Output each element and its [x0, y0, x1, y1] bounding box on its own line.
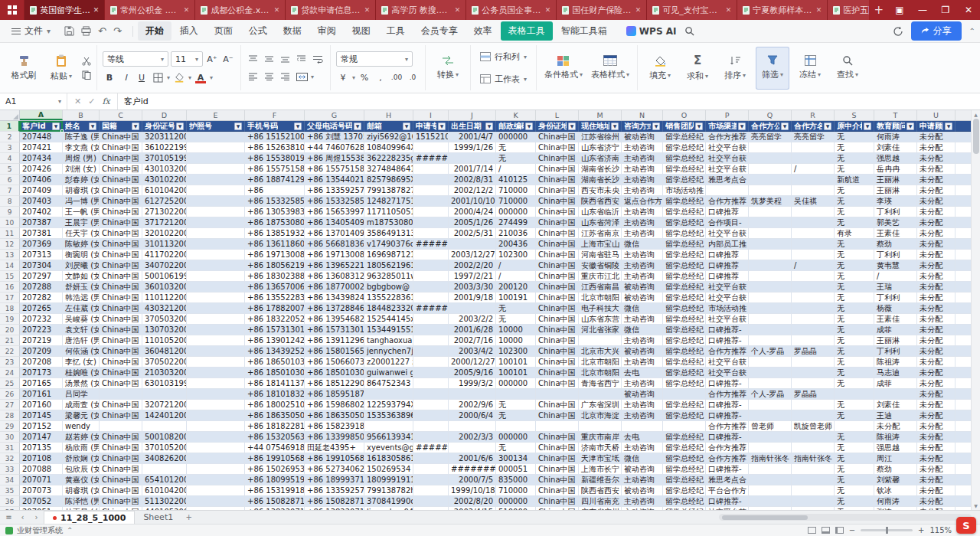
cell[interactable]: 留学总经纪 [663, 164, 706, 175]
cell[interactable]: 韩浩远 (男 [63, 293, 100, 303]
cell[interactable]: 000000 [496, 432, 536, 443]
cell[interactable] [187, 293, 245, 303]
document-tab[interactable]: 英国留学生...✕ [24, 0, 105, 20]
cell[interactable]: 黄嘉仪 (女 [63, 475, 100, 485]
align-center-icon[interactable] [263, 70, 276, 83]
cell[interactable]: +86 15731301 [245, 325, 305, 335]
cell[interactable]: 留学总经纪 [663, 357, 706, 368]
cell[interactable]: 未分配 [917, 443, 956, 453]
cell[interactable]: 何依涵 (女 [63, 346, 100, 357]
cell[interactable]: 无 [835, 132, 874, 142]
column-header[interactable]: U [917, 110, 956, 120]
cell[interactable]: +86 1877000215 [305, 282, 364, 293]
cell[interactable]: 个人-罗晶 [749, 346, 792, 357]
cell[interactable]: 207219 [20, 335, 63, 346]
cell[interactable]: 无 [835, 314, 874, 325]
cell[interactable]: 000000 [496, 132, 536, 142]
menu-item[interactable]: 效率 [466, 21, 500, 41]
fill-button[interactable]: 填充▾ [643, 47, 677, 90]
cell[interactable]: 无 [835, 335, 874, 346]
cell[interactable] [874, 389, 917, 400]
cell[interactable]: China中国 [536, 153, 579, 164]
row-number[interactable]: 25 [0, 378, 20, 389]
cell[interactable]: 马志迪 [874, 368, 917, 378]
cell[interactable]: +86 1971300890 [305, 250, 364, 260]
cell[interactable] [413, 207, 449, 217]
cell[interactable]: +86 1508287155 [305, 496, 364, 507]
cell[interactable]: +86 13851932 [245, 228, 305, 239]
cell[interactable]: China中国 [100, 250, 142, 260]
cell[interactable]: 361022199610090416 [142, 142, 187, 153]
cell[interactable]: 北京市大兴 [579, 346, 622, 357]
row-number[interactable]: 32 [0, 453, 20, 464]
cell[interactable]: 赵若婷 (女 [63, 432, 100, 443]
cell[interactable]: +86 1991056889 [305, 453, 364, 464]
cell[interactable] [187, 325, 245, 335]
cell[interactable]: +86 18635050 [245, 410, 305, 421]
cell[interactable]: 161830586161830586 [364, 453, 413, 464]
cell[interactable]: 117110505117110505 [364, 207, 413, 217]
cell[interactable]: xyevents@gloria@uk [364, 443, 413, 453]
cell[interactable]: m18753080m1875308 [364, 217, 413, 228]
cell[interactable]: 无 [835, 185, 874, 196]
cell[interactable] [187, 260, 245, 271]
cell[interactable]: 000000 [496, 207, 536, 217]
row-number[interactable]: 2 [0, 132, 20, 142]
filter-button[interactable]: ▼ [403, 123, 410, 130]
column-header[interactable]: O [663, 110, 706, 120]
cell[interactable] [187, 153, 245, 164]
cell[interactable]: China中国 [536, 250, 579, 260]
cell[interactable]: 主动咨询 [622, 142, 663, 153]
decrease-decimal-button[interactable]: .0 [406, 70, 420, 84]
cell[interactable]: 500106199702210321 [142, 271, 187, 282]
cell[interactable]: +86 1391129694 [305, 335, 364, 346]
cell[interactable]: China中国 [100, 368, 142, 378]
cell[interactable]: 无 [496, 303, 536, 314]
cell[interactable]: 2002/8/31 [449, 175, 496, 185]
cell[interactable] [413, 325, 449, 335]
cell[interactable] [413, 228, 449, 239]
reading-view-icon[interactable] [835, 527, 844, 534]
cell[interactable]: 丁利利 [874, 207, 917, 217]
cell[interactable]: 合作方推荐 [706, 453, 749, 464]
cell[interactable]: 无 [835, 357, 874, 368]
cancel-entry-icon[interactable]: ✕ [74, 96, 81, 106]
cell[interactable]: China中国 [100, 400, 142, 410]
cell[interactable]: 舒欣娴 (女 [63, 453, 100, 464]
cell[interactable]: +86 18056219 [245, 260, 305, 271]
cell[interactable]: 未分配 [917, 453, 956, 464]
cell[interactable]: 微信 [622, 453, 663, 464]
cell[interactable]: 雅思考点合 [706, 175, 749, 185]
cell[interactable]: 无 [835, 443, 874, 453]
cell[interactable] [749, 175, 792, 185]
cell[interactable]: 864752343 [364, 378, 413, 389]
cell[interactable]: 王丽淋 [874, 175, 917, 185]
cell[interactable]: China中国 [100, 496, 142, 507]
cell[interactable]: 207071 [20, 475, 63, 485]
cell[interactable]: 2002/5/31 [449, 228, 496, 239]
cell[interactable] [187, 196, 245, 207]
cell[interactable]: 留学总经纪 [663, 228, 706, 239]
cell[interactable] [187, 507, 245, 510]
cell[interactable]: +86 18501030 [245, 368, 305, 378]
cell[interactable]: 指南针张冬 [792, 453, 835, 464]
cell[interactable]: 王丽淋 [874, 185, 917, 196]
cell[interactable]: 无 [835, 250, 874, 260]
cell[interactable] [749, 357, 792, 368]
cell[interactable]: 市场活动推 [663, 185, 706, 196]
cell[interactable]: 主动咨询 [622, 260, 663, 271]
cell[interactable] [413, 432, 449, 443]
cell[interactable] [792, 507, 835, 510]
cell[interactable]: +86 18141137 [245, 378, 305, 389]
cell[interactable]: 社交平台获 [706, 153, 749, 164]
cell[interactable]: +86 1396522100 [305, 260, 364, 271]
cell[interactable] [187, 357, 245, 368]
cell[interactable]: 主动咨询 [622, 217, 663, 228]
cell[interactable]: 未分配 [917, 410, 956, 421]
cell[interactable]: 510000 [496, 507, 536, 510]
cell[interactable]: 青海省西宁 [579, 378, 622, 389]
cell[interactable]: 王瑞 [874, 282, 917, 293]
filter-button[interactable]: ▼ [438, 123, 446, 130]
filter-button[interactable]: ▼ [89, 123, 96, 130]
cell[interactable] [792, 443, 835, 453]
